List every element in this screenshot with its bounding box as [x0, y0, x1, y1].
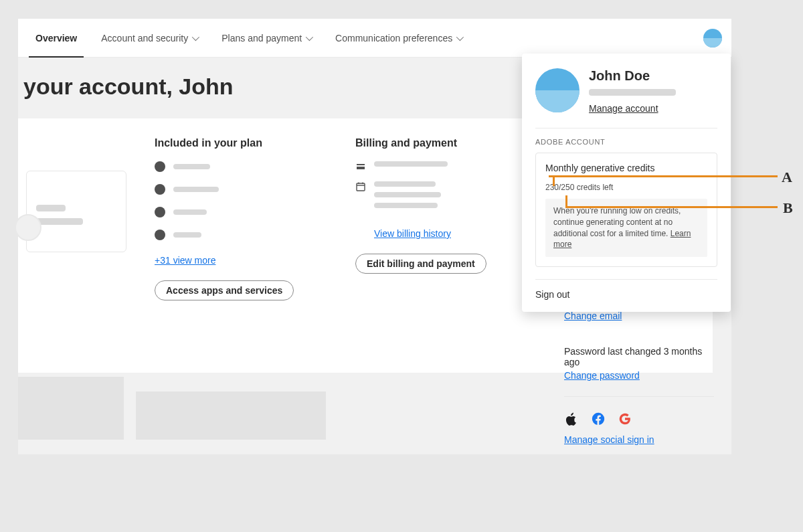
bottom-card — [136, 391, 326, 440]
sign-out-button[interactable]: Sign out — [535, 279, 717, 300]
google-icon — [618, 412, 632, 426]
tab-plans-payment[interactable]: Plans and payment — [209, 19, 323, 58]
placeholder-email — [589, 89, 676, 96]
app-icon — [155, 161, 165, 172]
view-more-link[interactable]: +31 view more — [155, 255, 342, 266]
app-icon — [155, 207, 165, 217]
facebook-icon — [591, 412, 606, 426]
plan-mini-card — [26, 171, 126, 252]
app-row — [155, 184, 342, 195]
app-icon — [155, 230, 165, 240]
placeholder-line — [36, 205, 66, 211]
included-heading: Included in your plan — [155, 137, 342, 149]
placeholder-line — [374, 161, 448, 167]
plan-thumb-col — [34, 137, 141, 351]
bottom-card — [18, 377, 124, 440]
apple-icon — [564, 412, 579, 426]
placeholder-line — [173, 164, 210, 169]
avatar-large — [535, 68, 579, 112]
annotation-tick-a — [553, 175, 555, 186]
access-apps-button[interactable]: Access apps and services — [155, 280, 294, 300]
adobe-account-label: ADOBE ACCOUNT — [535, 128, 717, 146]
annotation-letter-a: A — [782, 169, 792, 186]
tab-account-security[interactable]: Account and security — [89, 19, 209, 58]
billing-lines — [374, 181, 441, 208]
password-changed-text: Password last changed 3 months ago — [564, 346, 714, 367]
manage-social-link[interactable]: Manage social sign in — [564, 434, 654, 445]
card-icon — [355, 161, 366, 172]
manage-account-link[interactable]: Manage account — [589, 103, 658, 114]
avatar[interactable] — [703, 29, 722, 48]
included-col: Included in your plan +31 view more Acce… — [155, 137, 342, 351]
credits-note-text: When you're running low on credits, cont… — [553, 206, 681, 238]
annotation-line-b — [565, 206, 778, 208]
placeholder-line — [173, 187, 219, 192]
credits-left: 230/250 credits left — [545, 183, 707, 192]
placeholder-line — [374, 192, 441, 197]
credits-title: Monthly generative credits — [545, 163, 707, 173]
tab-label: Plans and payment — [221, 33, 302, 43]
tab-label: Communication preferences — [335, 33, 452, 43]
divider — [564, 396, 714, 397]
placeholder-line — [173, 209, 207, 215]
placeholder-line — [36, 218, 83, 225]
annotation-line-a — [549, 175, 778, 177]
profile-name: John Doe — [589, 68, 676, 84]
change-password-link[interactable]: Change password — [564, 370, 640, 381]
app-row — [155, 161, 342, 172]
placeholder-line — [173, 232, 201, 238]
tab-overview[interactable]: Overview — [23, 19, 89, 58]
app-row — [155, 230, 342, 240]
credits-card: Monthly generative credits 230/250 credi… — [535, 153, 717, 267]
chevron-down-icon — [456, 33, 464, 40]
chevron-down-icon — [306, 33, 313, 40]
placeholder-line — [374, 203, 438, 208]
tab-label: Account and security — [101, 33, 188, 43]
tab-communication-prefs[interactable]: Communication preferences — [323, 19, 474, 58]
top-nav: Overview Account and security Plans and … — [18, 19, 731, 58]
security-block: Change email Password last changed 3 mon… — [564, 310, 714, 446]
app-row — [155, 207, 342, 217]
placeholder-line — [374, 181, 436, 187]
annotation-letter-b: B — [783, 199, 793, 217]
placeholder-avatar — [15, 214, 41, 241]
app-icon — [155, 184, 165, 195]
edit-billing-button[interactable]: Edit billing and payment — [355, 254, 486, 274]
chevron-down-icon — [192, 33, 199, 40]
social-row — [564, 412, 714, 426]
annotation-tick-b — [565, 195, 567, 206]
calendar-icon — [355, 181, 366, 192]
svg-rect-0 — [357, 183, 365, 191]
change-email-link[interactable]: Change email — [564, 311, 622, 321]
